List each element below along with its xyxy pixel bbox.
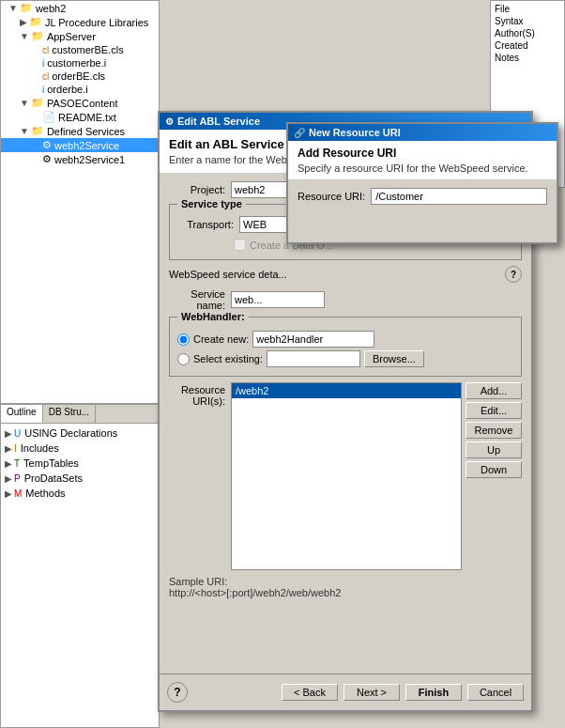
tree-item-orderbe-i[interactable]: i orderbe.i <box>1 83 159 96</box>
prop-syntax[interactable]: Syntax <box>493 15 562 27</box>
tree-item-proc-libs[interactable]: ▶ 📁 JL Procedure Libraries <box>1 15 159 29</box>
resource-uris-row: Resource URI(s): /webh2 Add... Edit... R… <box>169 382 522 570</box>
outline-label: ProDataSets <box>24 472 83 484</box>
webhandler-group: WebHandler: Create new: Select existing:… <box>169 317 522 377</box>
outline-label: TempTables <box>23 457 79 469</box>
remove-uri-button[interactable]: Remove <box>466 422 522 439</box>
select-existing-row: Select existing: Browse... <box>177 350 513 367</box>
outline-label: USING Declarations <box>24 427 117 439</box>
outline-tabs: Outline DB Stru... <box>1 405 159 424</box>
tree-label: customerBE.cls <box>52 44 123 55</box>
footer-help-icon[interactable]: ? <box>167 682 188 703</box>
cls-icon: cl <box>42 71 49 82</box>
resource-uri-buttons: Add... Edit... Remove Up Down <box>466 382 522 478</box>
service-icon: ⚙ <box>42 153 52 165</box>
select-existing-input[interactable] <box>267 350 360 367</box>
new-uri-title-icon: 🔗 <box>294 128 305 138</box>
tree-item-customerbe-i[interactable]: i customerbe.i <box>1 56 159 70</box>
expand-icon: ▼ <box>8 3 18 13</box>
i-icon: i <box>42 85 44 95</box>
tree-root[interactable]: ▼ 📁 webh2 <box>1 1 159 15</box>
tree-item-readme[interactable]: 📄 README.txt <box>1 110 159 124</box>
new-uri-form: Resource URI: <box>288 180 557 212</box>
outline-using-declarations[interactable]: ▶ U USING Declarations <box>1 426 159 441</box>
tree-item-defined-services[interactable]: ▼ 📁 Defined Services <box>1 124 159 138</box>
prop-author[interactable]: Author(S) <box>493 27 562 39</box>
select-existing-label: Select existing: <box>193 353 263 364</box>
sample-uri-container: Sample URI: http://<host>[:port]/webh2/w… <box>169 576 522 598</box>
tree-item-appserver[interactable]: ▼ 📁 AppServer <box>1 29 159 43</box>
finish-button[interactable]: Finish <box>405 684 462 701</box>
outline-label: Includes <box>21 442 59 454</box>
expand-icon: ▶ <box>5 458 12 469</box>
resource-uri-label: Resource URI: <box>298 191 365 202</box>
outline-methods[interactable]: ▶ M Methods <box>1 486 159 501</box>
new-uri-header: Add Resource URI Specify a resource URI … <box>288 141 557 180</box>
expand-icon: ▶ <box>5 428 12 439</box>
tree-item-order-cls[interactable]: cl orderBE.cls <box>1 70 159 83</box>
service-name-input[interactable] <box>231 291 325 308</box>
tab-outline[interactable]: Outline <box>1 405 43 423</box>
create-data-object-checkbox[interactable] <box>234 239 246 251</box>
cancel-button[interactable]: Cancel <box>467 684 524 701</box>
tab-db-structure[interactable]: DB Stru... <box>43 405 96 423</box>
tree-item-customer-cls[interactable]: cl customerBE.cls <box>1 43 159 56</box>
expand-icon: ▶ <box>5 488 12 499</box>
expand-icon: ▶ <box>5 443 12 454</box>
outline-panel: Outline DB Stru... ▶ U USING Declaration… <box>0 404 160 728</box>
expand-icon: ▶ <box>5 473 12 484</box>
folder-icon: 📁 <box>31 30 44 42</box>
tab-outline-label: Outline <box>7 407 37 417</box>
tree-label: JL Procedure Libraries <box>45 17 148 28</box>
tree-label: webh2Service1 <box>54 154 125 165</box>
down-uri-button[interactable]: Down <box>466 461 522 478</box>
back-button[interactable]: < Back <box>282 684 338 701</box>
new-uri-titlebar: 🔗 New Resource URI <box>288 124 557 141</box>
tree-item-webh2service1[interactable]: ⚙ webh2Service1 <box>1 152 159 166</box>
list-item[interactable]: /webh2 <box>232 383 461 398</box>
includes-icon: I <box>14 443 17 454</box>
outline-label: Methods <box>25 488 65 499</box>
prodatasets-icon: P <box>14 473 21 484</box>
prop-file[interactable]: File <box>493 3 562 15</box>
service-name-row: Service name: <box>169 288 522 311</box>
new-uri-header-subtitle: Specify a resource URI for the WebSpeed … <box>298 163 547 174</box>
add-uri-button[interactable]: Add... <box>466 382 522 399</box>
new-resource-uri-dialog: 🔗 New Resource URI Add Resource URI Spec… <box>286 122 558 244</box>
folder-icon: 📁 <box>20 2 33 14</box>
expand-icon: ▼ <box>20 126 29 136</box>
folder-icon: 📁 <box>31 125 44 137</box>
resource-uris-listbox[interactable]: /webh2 <box>231 382 462 570</box>
methods-icon: M <box>14 488 22 499</box>
using-icon: U <box>14 428 21 439</box>
tree-root-label: webh2 <box>36 3 66 14</box>
up-uri-button[interactable]: Up <box>466 441 522 458</box>
prop-notes[interactable]: Notes <box>493 52 562 64</box>
create-new-label: Create new: <box>193 333 249 345</box>
next-button[interactable]: Next > <box>344 684 400 701</box>
outline-includes[interactable]: ▶ I Includes <box>1 441 159 456</box>
dialog-footer: ? < Back Next > Finish Cancel <box>160 674 531 710</box>
new-uri-header-title: Add Resource URI <box>298 147 547 160</box>
create-new-row: Create new: <box>177 331 513 348</box>
create-new-radio[interactable] <box>177 333 190 346</box>
create-new-input[interactable] <box>252 331 374 348</box>
expand-icon: ▼ <box>20 98 29 108</box>
outline-prodatasets[interactable]: ▶ P ProDataSets <box>1 471 159 486</box>
outline-items-list: ▶ U USING Declarations ▶ I Includes ▶ T … <box>1 424 159 503</box>
prop-created[interactable]: Created <box>493 39 562 52</box>
expand-icon: ▼ <box>20 31 29 41</box>
help-icon[interactable]: ? <box>505 266 522 283</box>
edit-uri-button[interactable]: Edit... <box>466 402 522 419</box>
select-existing-radio[interactable] <box>177 353 190 365</box>
resource-uri-input[interactable] <box>371 188 547 205</box>
browse-button[interactable]: Browse... <box>364 350 424 367</box>
resource-uris-container: /webh2 <box>231 382 462 570</box>
txt-icon: 📄 <box>42 111 55 123</box>
webspeed-detail-row: WebSpeed service deta... ? <box>169 266 522 283</box>
outline-temptables[interactable]: ▶ T TempTables <box>1 456 159 471</box>
tree-label: PASOEContent <box>47 98 118 109</box>
tree-label: README.txt <box>58 112 116 123</box>
tree-item-pasoe[interactable]: ▼ 📁 PASOEContent <box>1 96 159 110</box>
tree-item-webh2service[interactable]: ⚙ webh2Service <box>1 138 159 152</box>
